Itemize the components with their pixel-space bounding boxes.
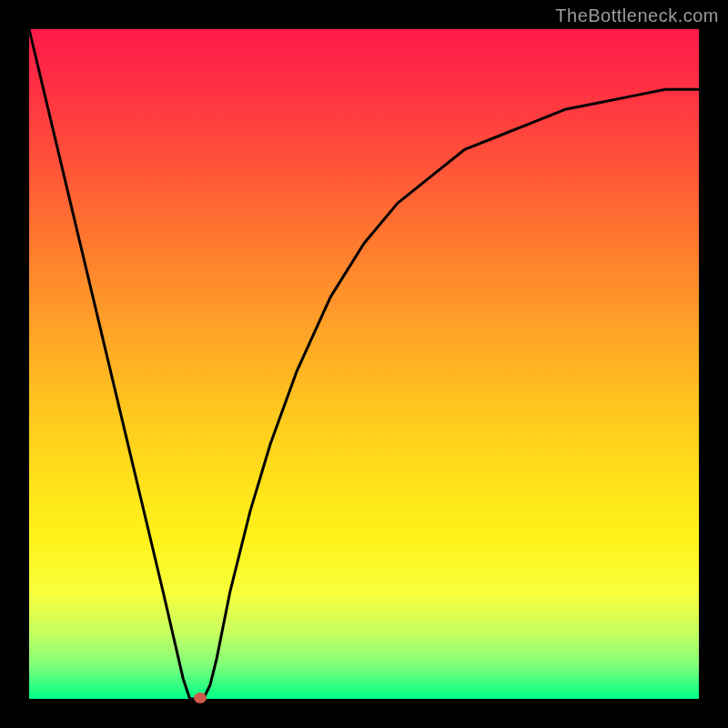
chart-curve xyxy=(29,29,699,699)
marker-dot xyxy=(194,693,207,703)
outer-frame: TheBottleneck.com xyxy=(0,0,728,728)
credit-label: TheBottleneck.com xyxy=(555,5,719,26)
plot-area xyxy=(29,29,699,699)
